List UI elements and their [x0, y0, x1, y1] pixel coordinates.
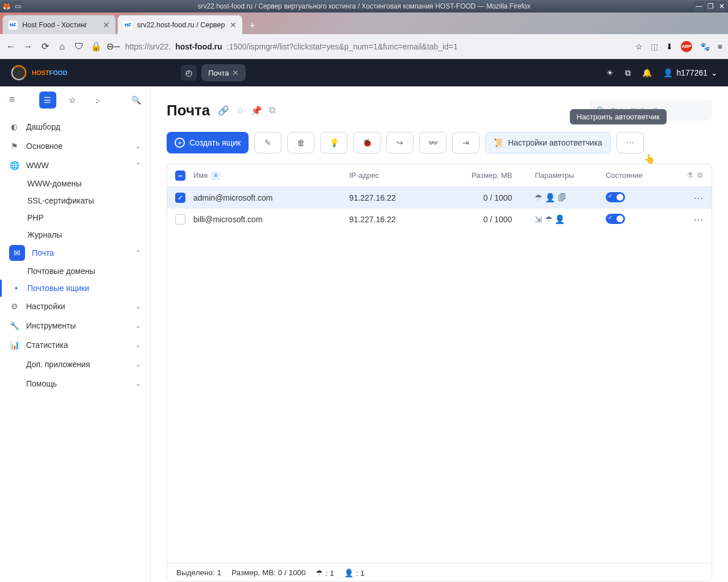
row-params: ☂ 👤 🗐 — [535, 193, 606, 203]
row-menu[interactable]: ⋯ — [669, 192, 704, 204]
search-sidebar-icon[interactable]: 🔍 — [131, 95, 141, 105]
shield-icon[interactable]: 🛡 — [74, 41, 84, 52]
logo[interactable]: HOSTFOOD — [10, 64, 67, 81]
forward-button[interactable]: → — [23, 41, 33, 52]
row-menu[interactable]: ⋯ — [669, 213, 704, 226]
user-icon: 👤 — [663, 68, 673, 77]
star-icon[interactable]: ☆ — [236, 105, 244, 116]
browser-tabstrip: HF Host Food - Хостинг ✕ HF srv22.host-f… — [0, 13, 728, 34]
reload-button[interactable]: ⟳ — [40, 41, 50, 52]
filter-icon[interactable]: ⚗ — [686, 171, 693, 180]
tab-close-icon[interactable]: ✕ — [230, 20, 237, 30]
download-icon[interactable]: ⬇ — [666, 42, 673, 51]
sidebar-item-stats[interactable]: 📊Статистика⌄ — [0, 335, 150, 355]
favorite-view-icon[interactable]: ☆ — [64, 92, 81, 109]
delete-button[interactable]: 🗑 — [287, 132, 315, 153]
autoresponder-button[interactable]: 📜 Настройки автоответчика — [485, 132, 611, 153]
page-title: Почта — [167, 102, 210, 119]
pin-icon[interactable]: 📌 — [251, 105, 262, 116]
checkbox-all[interactable]: – — [175, 171, 185, 181]
table-row[interactable]: billi@microsoft.com 91.227.16.22 0 / 100… — [167, 209, 712, 230]
col-ip[interactable]: IP-адрес — [349, 171, 441, 180]
header-tab-mail[interactable]: Почта ✕ — [201, 64, 246, 81]
row-checkbox[interactable] — [175, 214, 185, 225]
chevron-down-icon: ⌄ — [135, 360, 141, 368]
debug-button[interactable]: 🐞 — [353, 132, 380, 153]
state-toggle[interactable] — [606, 214, 625, 224]
app-icon[interactable]: ▭ — [13, 1, 23, 11]
sidebar-item-dashboard[interactable]: ◐Дашборд — [0, 117, 150, 136]
status-bar: Выделено: 1 Размер, МВ: 0 / 1000 ☂ : 1 👤… — [167, 563, 712, 581]
col-state[interactable]: Состояние — [606, 171, 669, 180]
state-toggle[interactable] — [606, 192, 625, 202]
tab-close-icon[interactable]: ✕ — [103, 20, 110, 30]
gear-icon[interactable]: ⚙ — [697, 171, 704, 180]
abp-icon[interactable]: ABP — [681, 41, 692, 52]
edit-button[interactable]: ✎ — [254, 132, 282, 153]
maximize-button[interactable]: ❐ — [705, 1, 715, 11]
address-bar: ← → ⟳ ⌂ 🛡 🔒 ⊖─ https://srv22.host-food.r… — [0, 34, 728, 59]
sidebar-sub-www-domains[interactable]: WWW-домены — [0, 175, 150, 192]
col-size[interactable]: Размер, МВ — [441, 171, 535, 180]
sliders-icon: ⚙ — [9, 302, 19, 311]
home-button[interactable]: ⌂ — [57, 41, 67, 52]
sidebar-sub-ssl[interactable]: SSL-сертификаты — [0, 192, 150, 209]
tree-view-icon[interactable]: ჻ — [89, 92, 106, 109]
sidebar-sub-php[interactable]: PHP — [0, 209, 150, 226]
list-view-button[interactable]: ☰ — [39, 92, 56, 109]
view-button[interactable]: 👓 — [419, 132, 446, 153]
dots-icon: ⋯ — [626, 138, 634, 147]
sidebar-sub-mailboxes[interactable]: Почтовые ящики — [0, 280, 150, 297]
window-title: srv22.host-food.ru / Сервер виртуального… — [197, 2, 530, 10]
sidebar-item-extra[interactable]: Доп. приложения⌄ — [0, 355, 150, 374]
browser-tab-2[interactable]: HF srv22.host-food.ru / Сервер ✕ — [117, 15, 243, 34]
more-button[interactable]: ⋯ — [617, 132, 644, 153]
lock-icon[interactable]: 🔒 — [91, 41, 101, 52]
history-icon[interactable]: ◴ — [181, 65, 197, 81]
tooltip: Настроить автоответчик — [570, 109, 667, 124]
url-input[interactable]: https://srv22.host-food.ru:1500/ispmgr#/… — [125, 42, 628, 51]
row-checkbox[interactable]: ✓ — [175, 193, 185, 203]
sidebar-item-help[interactable]: Помощь⌄ — [0, 374, 150, 393]
table-row[interactable]: ✓ admin@microsoft.com 91.227.16.22 0 / 1… — [167, 187, 712, 209]
extension-icon[interactable]: ◫ — [651, 42, 658, 51]
minimize-button[interactable]: — — [694, 1, 704, 11]
menu-toggle[interactable]: ≡ — [9, 94, 15, 106]
menu-button[interactable]: ≡ — [718, 42, 722, 51]
extension2-icon[interactable]: 🐾 — [700, 42, 710, 51]
panel-icon[interactable]: ⧉ — [625, 68, 631, 78]
create-button[interactable]: + Создать ящик — [167, 132, 249, 153]
scroll-icon: 📜 — [494, 138, 503, 147]
sidebar-item-main[interactable]: ⚑Основное⌄ — [0, 136, 150, 156]
firefox-icon[interactable]: 🦊 — [1, 1, 11, 11]
bookmark-icon[interactable]: ☆ — [635, 42, 643, 51]
sidebar-sub-mail-domains[interactable]: Почтовые домены — [0, 263, 150, 280]
close-button[interactable]: ✕ — [717, 1, 727, 11]
col-params[interactable]: Параметры — [535, 171, 606, 180]
glasses-icon: 👓 — [428, 138, 438, 147]
sidebar-item-www[interactable]: 🌐WWW⌃ — [0, 156, 150, 175]
notifications-icon[interactable]: 🔔 — [642, 68, 652, 77]
permissions-icon[interactable]: ⊖─ — [108, 41, 118, 52]
copy-icon[interactable]: ⧉ — [269, 105, 275, 116]
chevron-down-icon: ⌄ — [135, 380, 141, 388]
sidebar-item-mail[interactable]: ✉Почта⌃ — [0, 243, 150, 263]
chart-icon: 📊 — [9, 340, 19, 350]
favicon-icon: HF — [9, 20, 18, 30]
close-tab-icon[interactable]: ✕ — [232, 68, 239, 77]
link-icon[interactable]: 🔗 — [218, 105, 229, 116]
user-menu[interactable]: 👤 h177261 ⌄ — [663, 68, 718, 77]
col-name[interactable]: Имя≡ — [193, 171, 349, 180]
new-tab-button[interactable]: + — [244, 17, 261, 34]
sidebar-item-settings[interactable]: ⚙Настройки⌄ — [0, 297, 150, 316]
sidebar-item-tools[interactable]: 🔧Инструменты⌄ — [0, 316, 150, 335]
mail-icon: ✉ — [9, 245, 25, 261]
hint-button[interactable]: 💡 — [320, 132, 348, 153]
browser-tab-1[interactable]: HF Host Food - Хостинг ✕ — [2, 15, 116, 34]
sidebar-sub-logs[interactable]: Журналы — [0, 226, 150, 243]
theme-icon[interactable]: ☀ — [606, 68, 614, 77]
forward-button[interactable]: ↪ — [386, 132, 413, 153]
login-button[interactable]: ⇥ — [452, 132, 479, 153]
back-button[interactable]: ← — [6, 41, 16, 52]
tab-label: srv22.host-food.ru / Сервер — [137, 21, 225, 29]
